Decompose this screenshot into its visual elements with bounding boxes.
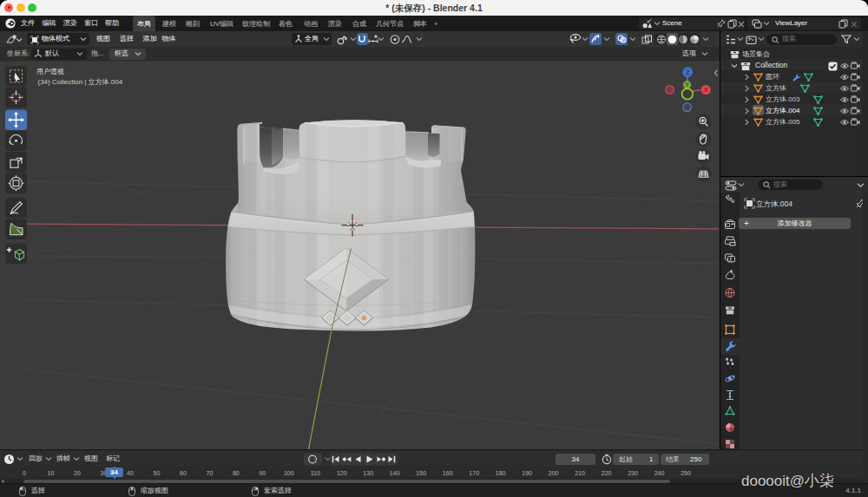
svg-text:Z: Z bbox=[686, 69, 690, 76]
svg-text:Y: Y bbox=[685, 82, 689, 88]
svg-text:X: X bbox=[704, 86, 708, 94]
